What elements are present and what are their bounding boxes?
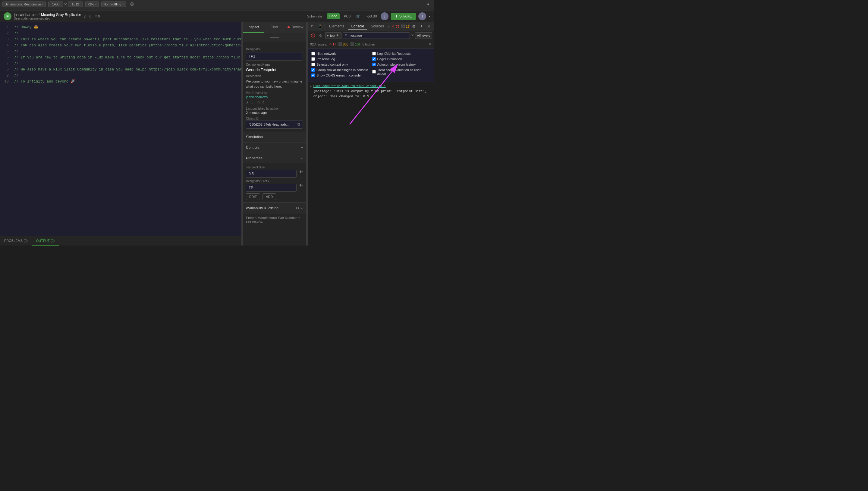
star-button[interactable]: ☆: [83, 14, 87, 19]
issues-total: 923 Issues:: [310, 42, 327, 46]
user-avatar[interactable]: J: [418, 12, 426, 20]
part-created-by[interactable]: jharwinbarrozo: [246, 95, 303, 99]
setting-log-xml[interactable]: Log XMLHttpRequests: [372, 51, 431, 56]
share-button[interactable]: ⬆ SHARE: [391, 13, 416, 20]
cors-errors-checkbox[interactable]: [311, 74, 315, 77]
add-button[interactable]: ADD: [262, 193, 276, 200]
fork-icon: ⑂: [95, 14, 97, 18]
inspect-panel: Inspect Chat Review Designator Component…: [243, 22, 306, 246]
inspect-element-icon[interactable]: ⬚: [310, 23, 316, 30]
tab-pcb[interactable]: PCB: [341, 13, 354, 19]
error-square-icon: ⚠: [329, 42, 332, 46]
context-selector[interactable]: ▸ top 👁: [325, 32, 341, 39]
devtools-settings-icon[interactable]: ⚙: [411, 23, 417, 30]
prefix-visibility-toggle[interactable]: 👁: [299, 183, 303, 188]
issues-error-count[interactable]: ⚠ 17: [329, 42, 336, 46]
avatar-dropdown-icon[interactable]: ▾: [428, 15, 430, 18]
filter-input-display[interactable]: message: [348, 34, 362, 37]
hide-network-checkbox[interactable]: [311, 52, 315, 55]
setting-cors-errors[interactable]: Show CORS errors in console: [311, 73, 370, 78]
dt-tab-elements[interactable]: Elements: [326, 23, 347, 30]
section-availability[interactable]: Availability & Pricing ↻ ▴: [243, 202, 306, 213]
setting-preserve-log[interactable]: Preserve log: [311, 56, 370, 62]
setting-treat-code[interactable]: Treat code evaluation as user action: [372, 67, 431, 76]
setting-eager-eval[interactable]: Eager evaluation: [372, 56, 431, 62]
eager-eval-checkbox[interactable]: [372, 57, 376, 61]
dt-tab-console[interactable]: Console: [348, 23, 367, 30]
throttling-extra-icon[interactable]: ⦾: [129, 1, 136, 7]
tab-review[interactable]: Review: [285, 22, 306, 33]
edit-button[interactable]: EDIT: [246, 193, 260, 200]
console-clear-icon[interactable]: 🚫: [310, 32, 316, 39]
level-selector[interactable]: All levels: [415, 32, 432, 39]
cart-icon[interactable]: 🛒: [356, 15, 362, 18]
zoom-dropdown[interactable]: 72% ▾: [85, 1, 99, 7]
setting-autocomplete[interactable]: Autocomplete from history: [372, 62, 431, 67]
console-filter-icon[interactable]: ⊘: [317, 32, 324, 39]
designator-prefix-input[interactable]: [246, 184, 297, 192]
refresh-icon[interactable]: ↻: [296, 206, 299, 210]
error-count-badge[interactable]: ⚠ 75: [392, 24, 399, 28]
tab-code[interactable]: Code: [327, 13, 340, 19]
error-icon: ⚠: [392, 24, 395, 28]
object-id-row: f550d202-84eb-4eac-aab... ⧉: [246, 120, 303, 128]
issues-settings-icon[interactable]: ⚙: [428, 42, 431, 46]
section-simulation[interactable]: Simulation: [243, 132, 306, 142]
preserve-log-checkbox[interactable]: [311, 57, 315, 61]
component-name-label: Component Name: [246, 63, 303, 66]
tab-inspect[interactable]: Inspect: [243, 22, 264, 33]
devtools-close-icon[interactable]: ✕: [426, 23, 432, 30]
setting-group-similar[interactable]: Group similar messages in console: [311, 67, 370, 73]
setting-hide-network[interactable]: Hide network: [311, 51, 370, 56]
testpoint-size-input[interactable]: [246, 170, 297, 178]
console-filter-wrapper[interactable]: ▽ message: [343, 32, 410, 39]
breadcrumb-project[interactable]: Moaning Gray Replicator: [41, 13, 81, 17]
log-xml-checkbox[interactable]: [372, 52, 376, 55]
tab-output[interactable]: OUTPUT (0): [32, 236, 59, 246]
tab-problems[interactable]: PROBLEMS (0): [0, 236, 32, 246]
treat-code-checkbox[interactable]: [372, 70, 376, 74]
dt-tab-more[interactable]: »: [388, 25, 389, 28]
tab-schematic[interactable]: Schematic: [304, 13, 326, 19]
setting-selected-context[interactable]: Selected context only: [311, 62, 370, 67]
section-controls[interactable]: Controls ▾: [243, 142, 306, 153]
tab-chat[interactable]: Chat: [264, 22, 285, 33]
filter-clear-icon[interactable]: ✕: [411, 33, 414, 37]
dt-tab-sources[interactable]: Sources: [368, 23, 387, 30]
device-toolbar-icon[interactable]: 📱: [317, 23, 324, 30]
treat-code-label: Treat code evaluation as user action: [377, 68, 431, 75]
dimensions-dropdown[interactable]: Dimensions: Responsive ▾: [2, 1, 46, 7]
console-output[interactable]: ▸ UserCodeRuntime.work…fb7b401.worker.js…: [308, 82, 434, 246]
editor-area[interactable]: 1 2 3 4 5 6 7 8 9 10 // Howdy 🤠 // // Th…: [0, 22, 242, 236]
autocomplete-checkbox[interactable]: [372, 63, 376, 66]
devtools-more-icon[interactable]: ⋮: [418, 23, 425, 30]
breadcrumb-user[interactable]: jharwinbarrozo: [14, 13, 38, 17]
log-source-link[interactable]: UserCodeRuntime.work…fb7b401.worker.js:1: [313, 85, 386, 88]
code-content[interactable]: // Howdy 🤠 // // This is where you can c…: [10, 22, 242, 236]
autocomplete-label: Autocomplete from history: [377, 63, 416, 66]
dimensions-label: Dimensions: Responsive: [4, 2, 41, 6]
console-toolbar: 🚫 ⊘ ▸ top 👁 ▽ message ✕ All levels: [308, 31, 434, 40]
issues-warn-count[interactable]: ⬛ 805: [338, 42, 348, 46]
issues-info-count[interactable]: ⬛ 101: [350, 42, 361, 46]
width-input[interactable]: 1400: [48, 1, 63, 7]
preserve-log-label: Preserve log: [316, 57, 335, 61]
console-source[interactable]: UserCodeRuntime.work…fb7b401.worker.js:1: [313, 84, 431, 89]
warn-count-badge[interactable]: ⬛ 17: [401, 24, 410, 28]
user-avatar-small: J: [381, 12, 389, 20]
section-properties[interactable]: Properties ▴: [243, 153, 306, 163]
height-input[interactable]: 1012: [68, 1, 83, 7]
selected-context-checkbox[interactable]: [311, 63, 315, 66]
review-dot-icon: [287, 26, 290, 28]
testpoint-visibility-toggle[interactable]: 👁: [299, 170, 303, 174]
warn-count: 17: [406, 25, 410, 28]
copy-icon[interactable]: ⧉: [298, 122, 300, 127]
more-options-dropdown[interactable]: ▾: [424, 1, 431, 7]
expand-arrow-icon[interactable]: ▸: [310, 84, 312, 89]
designator-input[interactable]: [246, 52, 303, 61]
group-similar-checkbox[interactable]: [311, 68, 315, 72]
designator-prefix-label: Designator Prefix: [246, 179, 297, 183]
project-subtitle: User code runtime updated: [14, 17, 81, 20]
trend-count: 1: [251, 101, 253, 105]
throttling-dropdown[interactable]: No throttling ▾: [101, 1, 126, 7]
